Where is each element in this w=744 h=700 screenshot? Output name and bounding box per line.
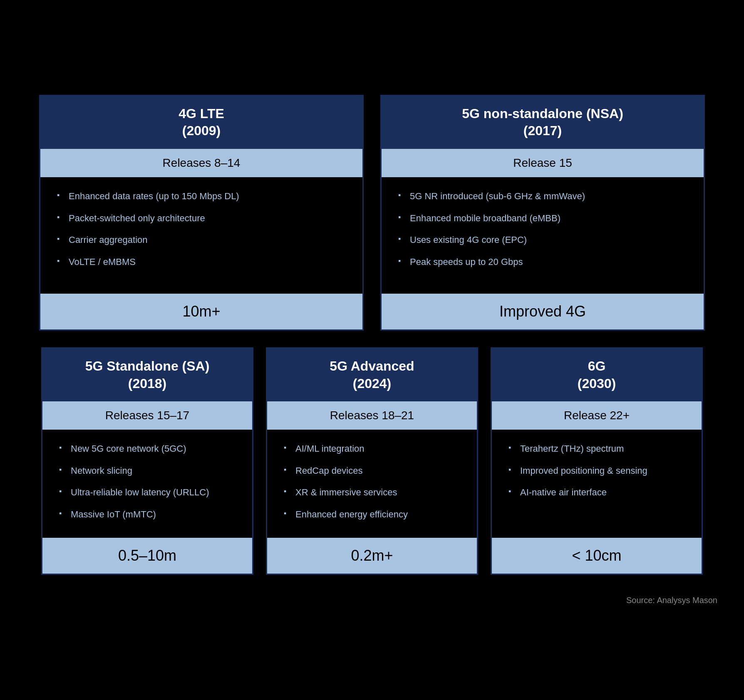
- card-5g-nsa-bullets: 5G NR introduced (sub-6 GHz & mmWave) En…: [398, 186, 687, 273]
- bullet-item: Enhanced mobile broadband (eMBB): [398, 208, 687, 230]
- bullet-item: Enhanced energy efficiency: [284, 504, 460, 526]
- card-4g-lte-body: Enhanced data rates (up to 150 Mbps DL) …: [40, 177, 362, 294]
- main-container: 4G LTE (2009) Releases 8–14 Enhanced dat…: [18, 95, 726, 605]
- bullet-item: Network slicing: [59, 460, 236, 482]
- bullet-item: Packet-switched only architecture: [57, 208, 346, 230]
- bullet-item: 5G NR introduced (sub-6 GHz & mmWave): [398, 186, 687, 208]
- card-5g-advanced-bullets: AI/ML integration RedCap devices XR & im…: [284, 438, 460, 525]
- card-4g-lte-release: Releases 8–14: [40, 149, 362, 177]
- card-5g-advanced-body: AI/ML integration RedCap devices XR & im…: [267, 430, 477, 538]
- card-4g-lte: 4G LTE (2009) Releases 8–14 Enhanced dat…: [39, 95, 364, 331]
- bullet-item: VoLTE / eMBMS: [57, 251, 346, 273]
- card-5g-sa-footer: 0.5–10m: [42, 538, 252, 574]
- card-6g-footer: < 10cm: [492, 538, 702, 574]
- bullet-item: XR & immersive services: [284, 482, 460, 504]
- card-6g-release: Release 22+: [492, 401, 702, 430]
- bullet-item: Peak speeds up to 20 Gbps: [398, 251, 687, 273]
- card-5g-advanced-release: Releases 18–21: [267, 401, 477, 430]
- card-6g-header: 6G (2030): [492, 349, 702, 401]
- bullet-item: Uses existing 4G core (EPC): [398, 229, 687, 251]
- card-5g-advanced-footer: 0.2m+: [267, 538, 477, 574]
- bullet-item: AI/ML integration: [284, 438, 460, 460]
- card-4g-lte-bullets: Enhanced data rates (up to 150 Mbps DL) …: [57, 186, 346, 273]
- card-5g-nsa-header: 5G non-standalone (NSA) (2017): [382, 96, 704, 149]
- card-5g-advanced: 5G Advanced (2024) Releases 18–21 AI/ML …: [266, 347, 478, 575]
- card-6g-title: 6G (2030): [578, 359, 616, 391]
- bullet-item: Massive IoT (mMTC): [59, 504, 236, 526]
- card-5g-nsa: 5G non-standalone (NSA) (2017) Release 1…: [380, 95, 705, 331]
- card-6g: 6G (2030) Release 22+ Terahertz (THz) sp…: [491, 347, 703, 575]
- bullet-item: Terahertz (THz) spectrum: [508, 438, 685, 460]
- card-4g-lte-footer: 10m+: [40, 294, 362, 329]
- card-5g-advanced-header: 5G Advanced (2024): [267, 349, 477, 401]
- card-4g-lte-title: 4G LTE (2009): [179, 106, 224, 139]
- bullet-item: AI-native air interface: [508, 482, 685, 504]
- card-5g-sa: 5G Standalone (SA) (2018) Releases 15–17…: [41, 347, 253, 575]
- bullet-item: RedCap devices: [284, 460, 460, 482]
- card-6g-bullets: Terahertz (THz) spectrum Improved positi…: [508, 438, 685, 504]
- card-5g-sa-title: 5G Standalone (SA) (2018): [85, 359, 210, 391]
- bullet-item: Carrier aggregation: [57, 229, 346, 251]
- card-5g-advanced-title: 5G Advanced (2024): [330, 359, 414, 391]
- source-text: Source: Analysys Mason: [18, 596, 726, 605]
- card-5g-sa-bullets: New 5G core network (5GC) Network slicin…: [59, 438, 236, 525]
- bullet-item: Enhanced data rates (up to 150 Mbps DL): [57, 186, 346, 208]
- card-6g-body: Terahertz (THz) spectrum Improved positi…: [492, 430, 702, 538]
- card-5g-nsa-footer: Improved 4G: [382, 294, 704, 329]
- bullet-item: New 5G core network (5GC): [59, 438, 236, 460]
- bullet-item: Improved positioning & sensing: [508, 460, 685, 482]
- bullet-item: Ultra-reliable low latency (URLLC): [59, 482, 236, 504]
- card-5g-nsa-title: 5G non-standalone (NSA) (2017): [462, 106, 623, 139]
- card-4g-lte-header: 4G LTE (2009): [40, 96, 362, 149]
- card-5g-sa-release: Releases 15–17: [42, 401, 252, 430]
- card-5g-nsa-release: Release 15: [382, 149, 704, 177]
- card-5g-nsa-body: 5G NR introduced (sub-6 GHz & mmWave) En…: [382, 177, 704, 294]
- top-row: 4G LTE (2009) Releases 8–14 Enhanced dat…: [18, 95, 726, 331]
- card-5g-sa-header: 5G Standalone (SA) (2018): [42, 349, 252, 401]
- card-5g-sa-body: New 5G core network (5GC) Network slicin…: [42, 430, 252, 538]
- bottom-row: 5G Standalone (SA) (2018) Releases 15–17…: [18, 347, 726, 575]
